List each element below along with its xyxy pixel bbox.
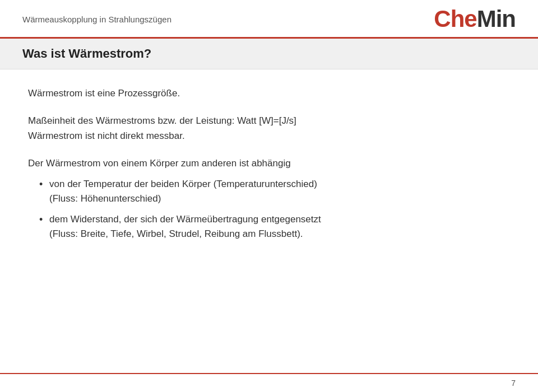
content-area: Wärmestrom ist eine Prozessgröße. Maßein… (0, 69, 538, 373)
bullet-list: von der Temperatur der beiden Körper (Te… (28, 177, 510, 247)
footer: 7 (0, 373, 538, 392)
header-subtitle: Wärmeauskopplung in Strahlungszügen (22, 15, 171, 24)
paragraph-group-2: Maßeinheit des Wärmestroms bzw. der Leis… (28, 113, 510, 143)
paragraph-2-line2: Wärmestrom ist nicht direkt messbar. (28, 128, 510, 143)
slide-container: Wärmeauskopplung in Strahlungszügen CheM… (0, 0, 538, 392)
paragraph-2-line1: Maßeinheit des Wärmestroms bzw. der Leis… (28, 113, 510, 128)
slide-title: Was ist Wärmestrom? (22, 46, 516, 61)
page-number: 7 (511, 379, 516, 388)
logo-part1: Che (434, 6, 476, 32)
bullet-item-2-sub: (Fluss: Breite, Tiefe, Wirbel, Strudel, … (49, 227, 510, 241)
logo: CheMin (434, 6, 516, 32)
list-item: von der Temperatur der beiden Körper (Te… (39, 177, 510, 207)
paragraph-1: Wärmestrom ist eine Prozessgröße. (28, 86, 510, 101)
bullet-item-2-main: dem Widerstand, der sich der Wärmeübertr… (49, 214, 321, 225)
bullet-item-1-sub: (Fluss: Höhenunterschied) (49, 192, 510, 206)
title-bar: Was ist Wärmestrom? (0, 39, 538, 69)
bullet-item-1-main: von der Temperatur der beiden Körper (Te… (49, 179, 317, 189)
logo-part2: Min (477, 6, 516, 32)
list-item: dem Widerstand, der sich der Wärmeübertr… (39, 212, 510, 242)
header: Wärmeauskopplung in Strahlungszügen CheM… (0, 0, 538, 39)
section-intro: Der Wärmestrom von einem Körper zum ande… (28, 158, 510, 169)
